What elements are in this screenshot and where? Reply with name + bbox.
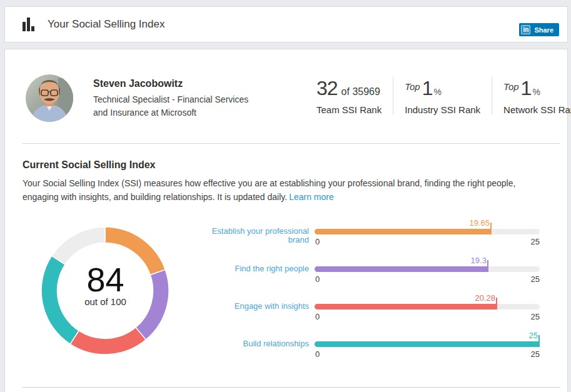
bar-axis-max-label: 25 <box>531 237 540 246</box>
stat-prefix: Top <box>405 81 420 92</box>
bar-row-find-the-right-people: Find the right people19.3025 <box>202 255 560 283</box>
bar-axis-max-label: 25 <box>531 312 540 321</box>
donut-segment-find-the-right-people <box>136 269 169 339</box>
profile-section-divider <box>23 143 560 144</box>
bar-axis-max-label: 25 <box>531 274 540 284</box>
linkedin-logo-icon: in <box>521 25 530 34</box>
bar-chart-area: 19.3025 <box>315 255 540 283</box>
bar-axis-min-label: 0 <box>315 349 320 359</box>
donut-segment-build-relationships <box>41 256 79 344</box>
linkedin-share-button[interactable]: in Share <box>519 23 559 36</box>
donut-segment-remainder <box>52 227 105 264</box>
page-title: Your Social Selling Index <box>48 18 164 31</box>
stat-suffix: % <box>532 87 540 97</box>
profile-name: Steven Jacobowitz <box>93 78 183 89</box>
bar-category-label: Find the right people <box>202 264 309 273</box>
stat-team-ssi-rank: 32of 35969Team SSI Rank <box>316 77 393 115</box>
bar-category-label: Establish your professional brand <box>202 227 309 244</box>
bar-axis-max-label: 25 <box>531 349 540 359</box>
stat-label: Industry SSI Rank <box>405 104 480 115</box>
bar-value-label: 19.65 <box>469 218 492 228</box>
section-heading: Current Social Selling Index <box>23 159 156 171</box>
stat-value: 32 <box>316 77 338 99</box>
bar-end-tick <box>538 335 540 347</box>
bar-fill <box>315 266 488 272</box>
bar-axis-min-label: 0 <box>315 274 320 284</box>
donut-segment-engage-with-insights <box>70 328 146 354</box>
bar-end-tick <box>490 223 492 234</box>
section-description: Your Social Selling Index (SSI) measures… <box>23 176 547 204</box>
bar-chart-area: 20.28025 <box>315 293 540 321</box>
bar-end-tick <box>487 260 488 272</box>
bar-fill <box>315 304 497 309</box>
bar-chart-icon <box>23 18 35 31</box>
bottom-divider <box>23 387 560 388</box>
bar-axis-min-label: 0 <box>315 237 320 246</box>
profile-avatar <box>26 74 73 122</box>
app-header: Your Social Selling Index in Share <box>4 6 568 43</box>
bar-value-label: 20.28 <box>475 293 497 303</box>
ssi-donut-chart <box>39 224 171 357</box>
stat-value: 1 <box>422 77 433 99</box>
bar-axis-min-label: 0 <box>315 312 320 321</box>
bar-chart-area: 25025 <box>315 330 540 358</box>
bar-category-label: Engage with insights <box>202 302 309 311</box>
bar-row-establish-your-professional-brand: Establish your professional brand19.6502… <box>202 218 560 246</box>
stat-label: Team SSI Rank <box>316 104 382 115</box>
bar-category-label: Build relationships <box>202 339 309 348</box>
stat-value: 1 <box>521 77 532 99</box>
bar-end-tick <box>496 298 497 309</box>
ssi-rank-stats: 32of 35969Team SSI RankTop1%Industry SSI… <box>316 77 571 115</box>
section-description-text: Your Social Selling Index (SSI) measures… <box>23 178 515 202</box>
stat-suffix: % <box>434 87 442 97</box>
bar-fill <box>315 229 492 234</box>
stat-label: Network SSI Rank <box>503 104 571 115</box>
stat-prefix: Top <box>503 81 518 92</box>
avatar-photo <box>26 74 73 122</box>
bar-value-label: 19.3 <box>471 256 488 265</box>
bar-row-build-relationships: Build relationships25025 <box>202 330 560 358</box>
learn-more-link[interactable]: Learn more <box>289 192 334 202</box>
bar-fill <box>315 341 540 347</box>
donut-segment-establish-your-professional-brand <box>105 227 165 275</box>
share-button-label: Share <box>534 26 553 34</box>
stat-suffix: of 35969 <box>341 86 380 97</box>
bar-chart-area: 19.65025 <box>315 218 540 246</box>
ssi-dashboard-card: Steven Jacobowitz Technical Specialist -… <box>4 49 568 392</box>
profile-headline: Technical Specialist - Financial Service… <box>93 93 255 119</box>
bar-row-engage-with-insights: Engage with insights20.28025 <box>202 293 560 321</box>
stat-industry-ssi-rank: Top1%Industry SSI Rank <box>393 77 492 115</box>
stat-network-ssi-rank: Top1%Network SSI Rank <box>492 77 571 115</box>
